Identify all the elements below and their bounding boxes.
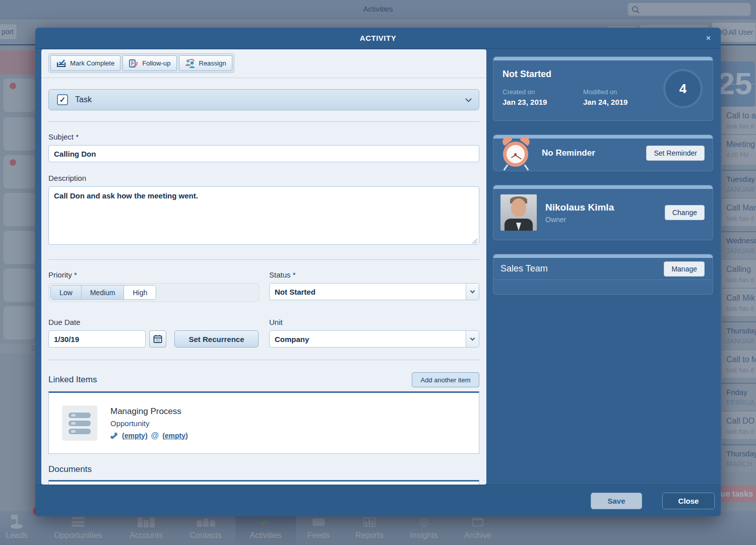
linked-item-title: Managing Process [110, 406, 188, 417]
resize-handle-icon[interactable] [472, 239, 477, 244]
activity-form-panel: Mark Complete Follow-up Reassign ✓ [41, 49, 486, 485]
calendar-icon [153, 334, 162, 344]
divider [48, 360, 479, 360]
unit-label: Unit [269, 318, 479, 326]
report-button-partial[interactable]: port [0, 24, 17, 40]
accounts-icon [138, 514, 155, 529]
sales-team-label: Sales Team [500, 263, 548, 274]
manage-team-button[interactable]: Manage [664, 261, 705, 277]
owner-role-label: Owner [545, 216, 614, 224]
change-owner-button[interactable]: Change [665, 205, 705, 220]
agenda-item[interactable]: Callingtask has d [722, 260, 756, 288]
reminder-status-label: No Reminder [542, 148, 595, 158]
nav-item-insights[interactable]: ◎ Insights [394, 511, 454, 545]
nav-item-archive[interactable]: Archive [448, 511, 508, 545]
agenda-day-header: ThursdayMARCH [722, 444, 756, 472]
priority-medium-button[interactable]: Medium [82, 286, 124, 299]
activity-type-select[interactable]: ✓ Task [48, 89, 479, 110]
nav-item-contacts[interactable]: Contacts [175, 511, 236, 545]
mark-complete-icon [56, 59, 67, 67]
search-input[interactable] [627, 3, 751, 16]
due-date-input[interactable] [48, 330, 146, 348]
created-on-label: Created on [502, 88, 583, 96]
reassign-button[interactable]: Reassign [179, 55, 232, 71]
nav-item-leads[interactable]: 1 Leads [0, 511, 47, 545]
save-button[interactable]: Save [591, 493, 642, 509]
search-icon [632, 6, 640, 14]
priority-low-button[interactable]: Low [51, 286, 82, 299]
reassign-icon [185, 58, 196, 68]
list-item[interactable] [3, 230, 35, 264]
notification-dot [10, 159, 16, 166]
unit-select[interactable]: Company [269, 330, 479, 348]
agenda-item[interactable]: Meeting4:00 PM - [722, 135, 756, 165]
set-recurrence-button[interactable]: Set Recurrence [174, 330, 259, 348]
activity-count-badge: 4 [663, 69, 703, 108]
modal-title-bar: ACTIVITY × [35, 28, 721, 49]
leads-flag-icon: 1 [10, 514, 23, 529]
divider [493, 280, 713, 280]
documents-box [48, 480, 479, 485]
calendar-picker-button[interactable] [149, 330, 166, 348]
list-item[interactable] [3, 155, 35, 189]
set-reminder-button[interactable]: Set Reminder [646, 146, 705, 161]
email-empty-link[interactable]: (empty) [162, 432, 188, 440]
status-select[interactable]: Not Started [269, 283, 479, 300]
notification-dot [10, 83, 16, 89]
linked-items-heading: Linked Items [48, 375, 97, 385]
reports-chart-icon [363, 514, 375, 529]
list-item[interactable] [3, 268, 35, 302]
list-item[interactable] [3, 306, 35, 340]
activity-sidebar: Not Started Created on Jan 23, 2019 Modi… [493, 56, 713, 295]
agenda-day-header: FridayFEBRUA [722, 383, 756, 411]
owner-card: Nikolaus Kimla Owner Change [493, 185, 713, 240]
phone-empty-link[interactable]: (empty) [122, 432, 148, 440]
nav-item-reports[interactable]: Reports [339, 511, 400, 545]
background-top-bar: Activities [0, 0, 756, 19]
description-textarea[interactable]: Call Don and ask how the meeting went. [48, 186, 479, 245]
due-date-label: Due Date [48, 318, 259, 326]
agenda-item[interactable]: Call to atask has d [722, 107, 756, 134]
activities-check-icon: ✓ [260, 514, 271, 529]
status-summary-card: Not Started Created on Jan 23, 2019 Modi… [493, 56, 713, 121]
activity-toolbar: Mark Complete Follow-up Reassign [41, 53, 486, 78]
follow-up-button[interactable]: Follow-up [122, 55, 176, 71]
phone-icon [110, 432, 118, 440]
agenda-item[interactable]: Call DOtask has d [722, 412, 756, 440]
activity-modal: ACTIVITY × Mark Complete Follow-up [35, 28, 721, 516]
linked-item-type: Opportunity [110, 419, 188, 428]
close-icon[interactable]: × [702, 32, 715, 45]
agenda-item[interactable]: Call to Mtask has d [722, 351, 756, 378]
add-another-item-button[interactable]: Add another item [412, 372, 479, 387]
nav-item-accounts[interactable]: Accounts [116, 511, 176, 545]
follow-up-icon [129, 58, 139, 68]
activity-type-value: Task [75, 95, 92, 104]
priority-high-button[interactable]: High [124, 286, 156, 299]
documents-heading: Documents [48, 464, 479, 474]
created-on-value: Jan 23, 2019 [502, 98, 583, 106]
mark-complete-button[interactable]: Mark Complete [50, 55, 120, 71]
agenda-day-header: ThursdayJANUAR [722, 321, 756, 350]
subject-input[interactable] [48, 145, 479, 162]
task-checkbox-icon: ✓ [57, 94, 68, 105]
agenda-item[interactable]: Call Martask has d [722, 199, 756, 227]
nav-item-opportunities[interactable]: Opportunities [48, 511, 108, 545]
contacts-icon [197, 514, 215, 529]
owner-avatar [500, 194, 537, 231]
insights-medal-icon: ◎ [419, 514, 428, 529]
linked-item-card[interactable]: Managing Process Opportunity (empty) @ (… [48, 391, 479, 454]
agenda-day-header: TuesdayJANUAR [722, 170, 756, 198]
feeds-icon [312, 514, 325, 529]
sales-team-card: Sales Team Manage [493, 254, 713, 295]
agenda-day-header: WednesdJANUAR [722, 231, 756, 259]
close-button[interactable]: Close [662, 493, 715, 509]
list-item[interactable] [3, 117, 35, 151]
list-item[interactable] [3, 78, 35, 112]
chevron-down-icon [470, 289, 475, 294]
agenda-item[interactable]: Call Miktask has d [722, 289, 756, 317]
list-item[interactable] [3, 192, 35, 227]
background-alert-band [0, 50, 38, 75]
nav-item-activities[interactable]: ✓ Activities [235, 511, 296, 545]
overdue-tasks-banner[interactable]: ue tasks [718, 486, 756, 502]
description-label: Description [48, 174, 479, 182]
